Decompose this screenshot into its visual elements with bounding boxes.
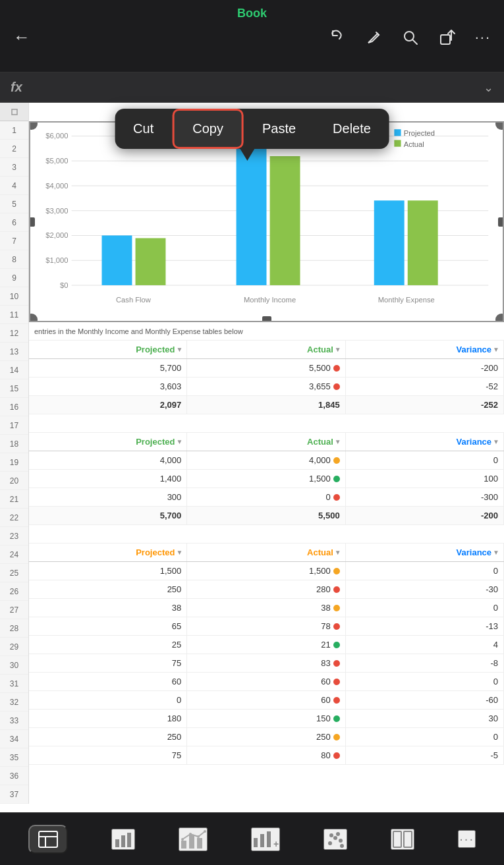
table2-header-row: Projected ▼ Actual ▼ Variance ▼: [29, 433, 504, 451]
formula-bar: fx ⌄: [0, 72, 504, 103]
chart-container[interactable]: $6,000 $5,000 $4,000 $3,000 $2,000 $1,00…: [29, 121, 504, 322]
table-view-button[interactable]: [28, 825, 68, 854]
cut-button[interactable]: Cut: [115, 111, 172, 147]
table3-header-row: Projected ▼ Actual ▼ Variance ▼: [29, 544, 504, 562]
table3-row-36: 250 250 0: [29, 728, 504, 746]
svg-text:Monthly Expense: Monthly Expense: [378, 296, 435, 304]
svg-rect-46: [267, 831, 271, 847]
table1-header-row: Projected ▼ Actual ▼ Variance ▼: [29, 341, 504, 359]
search-button[interactable]: [401, 28, 420, 47]
row-num-7: 7: [0, 232, 28, 250]
empty-row-19: [29, 414, 504, 433]
t1-r17-actual: 3,655: [187, 377, 345, 395]
add-chart-button[interactable]: +: [251, 827, 280, 851]
svg-rect-38: [189, 835, 194, 849]
svg-rect-18: [102, 235, 132, 285]
row-num-15: 15: [0, 379, 28, 398]
svg-text:$3,000: $3,000: [45, 207, 68, 215]
svg-rect-23: [408, 200, 438, 285]
table3-row-32: 75 83 -8: [29, 654, 504, 673]
row-num-14: 14: [0, 361, 28, 379]
svg-rect-54: [393, 831, 401, 847]
handle-br[interactable]: [495, 314, 504, 322]
sort-arrow-3: ▼: [493, 346, 499, 353]
svg-rect-45: [260, 834, 264, 847]
svg-text:Monthly Income: Monthly Income: [244, 296, 296, 304]
app-title: Book: [237, 7, 267, 20]
svg-text:$4,000: $4,000: [45, 182, 68, 190]
table3-col-actual[interactable]: Actual ▼: [187, 544, 345, 561]
table2-row-22: 1,400 1,500 100: [29, 470, 504, 488]
row-num-9: 9: [0, 269, 28, 287]
t1-r18-variance: -252: [346, 396, 504, 414]
bar-chart-button[interactable]: [111, 829, 135, 850]
svg-rect-29: [394, 140, 401, 147]
handle-mr[interactable]: [498, 217, 504, 227]
svg-rect-27: [394, 129, 401, 136]
svg-rect-22: [374, 200, 405, 285]
back-button[interactable]: ←: [13, 27, 30, 47]
table3-col-variance[interactable]: Variance ▼: [346, 544, 504, 561]
t1-r16-actual: 5,500: [187, 359, 345, 377]
row-num-20: 20: [0, 472, 28, 490]
row-num-29: 29: [0, 638, 28, 656]
table3-row-35: 180 150 30: [29, 710, 504, 728]
svg-point-40: [181, 838, 184, 841]
svg-point-49: [333, 836, 337, 840]
row-num-17: 17: [0, 416, 28, 435]
table1-col-projected[interactable]: Projected ▼: [29, 341, 187, 358]
table3-row-37: 75 80 -5: [29, 746, 504, 765]
row-num-4: 4: [0, 177, 28, 195]
table3-row-30: 65 78 -13: [29, 617, 504, 636]
handle-mb[interactable]: [262, 316, 271, 322]
svg-rect-36: [127, 833, 131, 847]
svg-text:$5,000: $5,000: [45, 157, 68, 165]
row-num-12: 12: [0, 324, 28, 343]
table1-row-18: 2,097 1,845 -252: [29, 396, 504, 414]
row-num-19: 19: [0, 453, 28, 472]
combo-chart-button[interactable]: [179, 827, 208, 851]
row-num-5: 5: [0, 195, 28, 213]
svg-line-1: [412, 40, 417, 44]
scatter-button[interactable]: [323, 829, 347, 850]
share-button[interactable]: [438, 28, 457, 47]
table2-row-24: 5,700 5,500 -200: [29, 507, 504, 525]
table2-col-projected[interactable]: Projected ▼: [29, 433, 187, 451]
paste-button[interactable]: Paste: [244, 111, 314, 147]
svg-point-50: [329, 833, 333, 837]
more-tools-button[interactable]: ···: [458, 830, 476, 848]
chart-svg: $6,000 $5,000 $4,000 $3,000 $2,000 $1,00…: [30, 123, 503, 321]
table3-row-27: 1,500 1,500 0: [29, 562, 504, 580]
svg-rect-35: [121, 835, 125, 847]
table2-col-actual[interactable]: Actual ▼: [187, 433, 345, 451]
table1-col-variance[interactable]: Variance ▼: [346, 341, 504, 358]
table1-col-actual[interactable]: Actual ▼: [187, 341, 345, 358]
table3-row-28: 250 280 -30: [29, 580, 504, 599]
t1-r16-variance: -200: [346, 359, 504, 377]
table3-row-29: 38 38 0: [29, 599, 504, 617]
undo-button[interactable]: [327, 28, 346, 47]
handle-ml[interactable]: [29, 217, 35, 227]
table3-row-34: 0 60 -60: [29, 691, 504, 710]
more-button[interactable]: ···: [475, 28, 491, 47]
row-num-27: 27: [0, 601, 28, 619]
svg-point-43: [204, 830, 206, 833]
row-num-26: 26: [0, 582, 28, 601]
svg-point-53: [340, 844, 344, 848]
copy-button[interactable]: Copy: [172, 109, 244, 149]
table2-row-23: 300 0 -300: [29, 488, 504, 507]
svg-point-51: [339, 839, 343, 843]
row-num-8: 8: [0, 250, 28, 269]
row-num-21: 21: [0, 490, 28, 509]
row-num-24: 24: [0, 545, 28, 564]
table2-col-variance[interactable]: Variance ▼: [346, 433, 504, 451]
table3-row-31: 25 21 4: [29, 636, 504, 654]
pen-button[interactable]: [364, 28, 383, 47]
delete-button[interactable]: Delete: [314, 111, 389, 147]
dot-red: [333, 365, 340, 372]
column-button[interactable]: [391, 829, 414, 850]
table3-col-projected[interactable]: Projected ▼: [29, 544, 187, 561]
row-num-18: 18: [0, 435, 28, 453]
svg-text:+: +: [273, 839, 279, 849]
t1-r17-variance: -52: [346, 377, 504, 395]
